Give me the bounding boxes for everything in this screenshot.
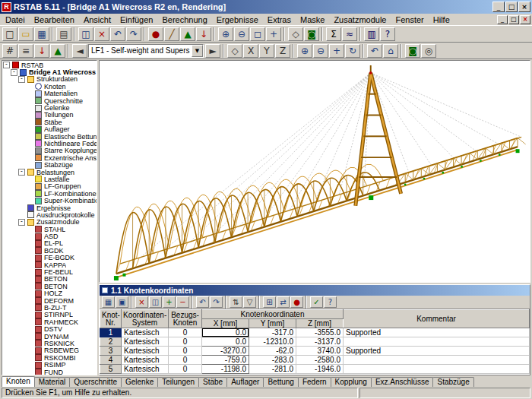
expand-toggle[interactable]: -: [18, 169, 25, 176]
undo-table-button[interactable]: ↶: [196, 296, 209, 308]
tree-item-lf-kombinationen[interactable]: LF-Kombinationen: [3, 190, 97, 197]
menu-berechnung[interactable]: Berechnung: [157, 14, 211, 25]
tree-item-rsbeweg[interactable]: RSBEWEG: [3, 347, 97, 354]
zoom-in-button[interactable]: ⊕: [218, 27, 233, 41]
tab-gelenke[interactable]: Gelenke: [121, 377, 158, 387]
delete-row-button[interactable]: −: [176, 296, 189, 308]
restore-button[interactable]: □: [505, 2, 518, 12]
cell-comment[interactable]: [344, 337, 530, 347]
cell-coordinate-system[interactable]: Kartesisch: [122, 365, 169, 374]
view-in-z-button[interactable]: Z: [275, 44, 290, 58]
new-node-button[interactable]: ●: [148, 27, 163, 41]
cell-x[interactable]: -1198.0: [202, 365, 249, 374]
tables-button[interactable]: ▥: [364, 27, 379, 41]
cell-comment[interactable]: Supported: [344, 328, 530, 337]
new-support-button[interactable]: ▲: [180, 27, 195, 41]
cell-y[interactable]: -12310.0: [249, 337, 296, 347]
cell-coordinate-system[interactable]: Kartesisch: [122, 337, 169, 347]
menu-extras[interactable]: Extras: [263, 14, 296, 25]
row-header-cell[interactable]: 1: [100, 328, 122, 337]
tree-item-beton[interactable]: BETON: [3, 276, 97, 283]
cell-coordinate-system[interactable]: Kartesisch: [122, 328, 169, 337]
filter-button[interactable]: ▽: [243, 296, 256, 308]
tab-st-be[interactable]: Stäbe: [198, 377, 227, 387]
tab-knoten[interactable]: Knoten: [2, 376, 35, 387]
previous-loadcase-button[interactable]: ◄: [72, 44, 87, 58]
tree-item-stahl[interactable]: STAHL: [3, 226, 97, 233]
rotate-view-button[interactable]: ↻: [345, 44, 360, 58]
tree-item-querschnitte[interactable]: Querschnitte: [3, 97, 97, 104]
combo-dropdown-arrow-icon[interactable]: ▼: [192, 45, 203, 57]
insert-row-button[interactable]: +: [163, 296, 176, 308]
row-header-cell[interactable]: 5: [100, 365, 122, 374]
expand-toggle[interactable]: -: [18, 76, 25, 83]
cell-reference-node[interactable]: 0: [169, 356, 202, 365]
tree-item-dynam[interactable]: DYNAM: [3, 333, 97, 340]
save-button[interactable]: ▦: [34, 27, 49, 41]
new-load-button[interactable]: ↓: [196, 27, 211, 41]
tree-item-el-pl[interactable]: EL-PL: [3, 240, 97, 247]
menu-hilfe[interactable]: Hilfe: [429, 14, 454, 25]
zoom-in-view-button[interactable]: ⊕: [297, 44, 312, 58]
tab-stabz-ge[interactable]: Stabzüge: [432, 377, 473, 387]
check-entries-button[interactable]: ✓: [310, 296, 323, 308]
cut-row-button[interactable]: ×: [135, 296, 148, 308]
tree-item-deform[interactable]: DEFORM: [3, 297, 97, 304]
tree-item-stabz-ge[interactable]: Stabzüge: [3, 161, 97, 168]
tree-item-knoten[interactable]: Knoten: [3, 83, 97, 90]
next-loadcase-button[interactable]: ►: [205, 44, 220, 58]
3d-view[interactable]: [99, 60, 530, 283]
jump-to-node-button[interactable]: ●: [290, 296, 303, 308]
cell-coordinate-system[interactable]: Kartesisch: [122, 347, 169, 356]
move-view-button[interactable]: +: [329, 44, 344, 58]
menu-ansicht[interactable]: Ansicht: [79, 14, 116, 25]
menu-fenster[interactable]: Fenster: [391, 14, 428, 25]
pan-button[interactable]: +: [266, 27, 281, 41]
tree-item-starre-kopplungen[interactable]: Starre Kopplungen: [3, 147, 97, 154]
visibility-modes-button[interactable]: ◎: [421, 44, 436, 58]
cell-y[interactable]: -317.0: [249, 328, 296, 337]
copy-button[interactable]: ◫: [78, 27, 93, 41]
tree-item-rsimp[interactable]: RSIMP: [3, 361, 97, 368]
tree-item-stirnpl[interactable]: STIRNPL: [3, 312, 97, 318]
view-in-x-button[interactable]: X: [243, 44, 258, 58]
menu-zusatzmodule[interactable]: Zusatzmodule: [329, 14, 391, 25]
cell-z[interactable]: -3137.0: [296, 337, 344, 347]
select-in-graphic-button[interactable]: ⊞: [263, 296, 276, 308]
cell-comment[interactable]: [344, 356, 530, 365]
table-settings-button[interactable]: ▣: [116, 296, 128, 308]
tree-item-lf-gruppen[interactable]: LF-Gruppen: [3, 183, 97, 190]
tree-item-belastungen[interactable]: -Belastungen: [3, 169, 97, 176]
cell-z[interactable]: -1946.0: [296, 365, 344, 374]
tree-item-st-be[interactable]: Stäbe: [3, 119, 97, 125]
tree-item-fe-bgdk[interactable]: FE-BGDK: [3, 255, 97, 261]
sync-graphic-button[interactable]: ⇄: [277, 296, 290, 308]
menu-bearbeiten[interactable]: Bearbeiten: [30, 14, 79, 25]
tab-federn[interactable]: Federn: [298, 377, 331, 387]
new-member-button[interactable]: ╱: [164, 27, 179, 41]
cell-z[interactable]: -3555.0: [296, 328, 344, 337]
results-button[interactable]: ≈: [342, 27, 357, 41]
tree-item-dstv[interactable]: DSTV: [3, 325, 97, 332]
help-button[interactable]: ?: [380, 27, 395, 41]
tree-item-asd[interactable]: ASD: [3, 233, 97, 239]
tree-item-auflager[interactable]: Auflager: [3, 126, 97, 133]
table-list-button[interactable]: ▦: [102, 296, 115, 308]
tree-item-rsknick[interactable]: RSKNICK: [3, 340, 97, 347]
menu-maske[interactable]: Maske: [296, 14, 329, 25]
show-supports-toggle[interactable]: ▲: [50, 44, 65, 58]
cell-comment[interactable]: [344, 365, 530, 374]
row-header-cell[interactable]: 2: [100, 337, 122, 347]
menu-ergebnisse[interactable]: Ergebnisse: [212, 14, 263, 25]
cell-reference-node[interactable]: 0: [169, 328, 202, 337]
tree-item-zusatzmodule[interactable]: -Zusatzmodule: [3, 219, 97, 226]
open-file-button[interactable]: ▭: [18, 27, 33, 41]
new-file-button[interactable]: □: [2, 27, 17, 41]
cell-reference-node[interactable]: 0: [169, 347, 202, 356]
copy-row-button[interactable]: ◫: [149, 296, 162, 308]
view-in-y-button[interactable]: Y: [259, 44, 274, 58]
tree-item-bridge-a1-wirecross-r2-en[interactable]: -Bridge A1 Wirecross R2 en: [3, 68, 97, 75]
expand-toggle[interactable]: -: [3, 62, 10, 68]
tree-item-materialien[interactable]: Materialien: [3, 90, 97, 97]
show-all-button[interactable]: ⌂: [383, 44, 398, 58]
